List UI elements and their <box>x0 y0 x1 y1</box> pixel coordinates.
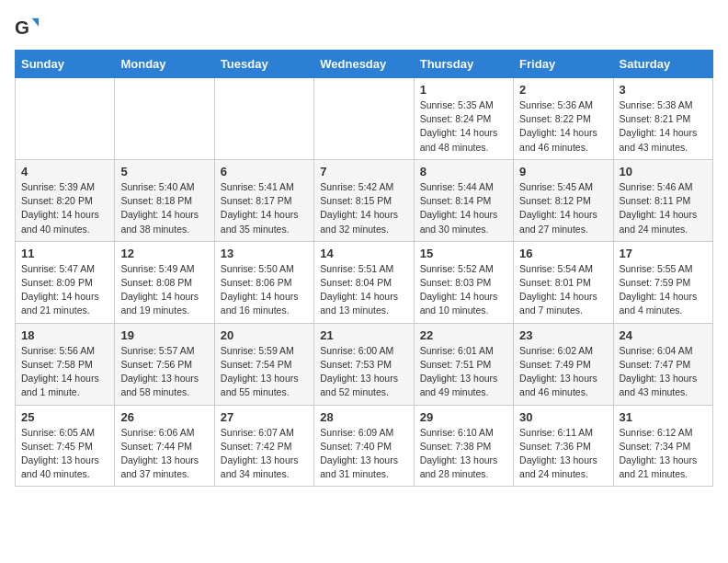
day-info: Sunrise: 5:45 AM Sunset: 8:12 PM Dayligh… <box>519 180 607 236</box>
calendar-cell: 26Sunrise: 6:06 AM Sunset: 7:44 PM Dayli… <box>115 405 214 487</box>
day-info: Sunrise: 5:52 AM Sunset: 8:03 PM Dayligh… <box>420 262 507 318</box>
day-info: Sunrise: 5:55 AM Sunset: 7:59 PM Dayligh… <box>620 262 707 318</box>
calendar-cell <box>314 78 414 160</box>
calendar: SundayMondayTuesdayWednesdayThursdayFrid… <box>15 50 713 487</box>
calendar-cell: 2Sunrise: 5:36 AM Sunset: 8:22 PM Daylig… <box>514 78 613 160</box>
day-info: Sunrise: 5:59 AM Sunset: 7:54 PM Dayligh… <box>221 344 308 400</box>
calendar-cell: 16Sunrise: 5:54 AM Sunset: 8:01 PM Dayli… <box>514 241 613 323</box>
day-number: 22 <box>420 328 507 342</box>
calendar-week-row: 1Sunrise: 5:35 AM Sunset: 8:24 PM Daylig… <box>16 78 713 160</box>
day-info: Sunrise: 6:11 AM Sunset: 7:36 PM Dayligh… <box>519 426 607 482</box>
calendar-day-header: Friday <box>514 51 613 78</box>
svg-marker-1 <box>32 18 39 27</box>
calendar-cell: 12Sunrise: 5:49 AM Sunset: 8:08 PM Dayli… <box>115 241 214 323</box>
day-info: Sunrise: 5:36 AM Sunset: 8:22 PM Dayligh… <box>519 98 607 155</box>
calendar-cell: 15Sunrise: 5:52 AM Sunset: 8:03 PM Dayli… <box>414 241 513 323</box>
day-number: 20 <box>221 328 308 342</box>
day-number: 19 <box>120 328 208 342</box>
day-number: 7 <box>320 165 407 178</box>
calendar-cell: 14Sunrise: 5:51 AM Sunset: 8:04 PM Dayli… <box>314 241 414 323</box>
calendar-cell: 23Sunrise: 6:02 AM Sunset: 7:49 PM Dayli… <box>514 323 613 405</box>
day-info: Sunrise: 5:57 AM Sunset: 7:56 PM Dayligh… <box>120 344 208 400</box>
calendar-cell: 3Sunrise: 5:38 AM Sunset: 8:21 PM Daylig… <box>613 78 712 160</box>
logo-icon: G <box>15 15 40 40</box>
day-number: 14 <box>320 247 407 260</box>
day-info: Sunrise: 6:06 AM Sunset: 7:44 PM Dayligh… <box>120 426 208 482</box>
day-number: 31 <box>620 410 707 424</box>
calendar-cell: 17Sunrise: 5:55 AM Sunset: 7:59 PM Dayli… <box>613 241 712 323</box>
calendar-day-header: Sunday <box>16 51 115 78</box>
day-number: 29 <box>420 410 507 424</box>
day-number: 25 <box>21 410 108 424</box>
day-info: Sunrise: 5:47 AM Sunset: 8:09 PM Dayligh… <box>21 262 108 318</box>
calendar-cell: 13Sunrise: 5:50 AM Sunset: 8:06 PM Dayli… <box>214 241 313 323</box>
calendar-day-header: Tuesday <box>214 51 313 78</box>
day-number: 17 <box>620 247 707 260</box>
day-number: 1 <box>420 83 507 97</box>
calendar-cell: 8Sunrise: 5:44 AM Sunset: 8:14 PM Daylig… <box>414 159 513 241</box>
day-info: Sunrise: 5:40 AM Sunset: 8:18 PM Dayligh… <box>120 180 208 236</box>
day-number: 10 <box>620 165 707 178</box>
day-info: Sunrise: 5:54 AM Sunset: 8:01 PM Dayligh… <box>519 262 607 318</box>
day-number: 27 <box>221 410 308 424</box>
calendar-cell: 31Sunrise: 6:12 AM Sunset: 7:34 PM Dayli… <box>613 405 712 487</box>
day-number: 2 <box>519 83 607 97</box>
calendar-cell <box>16 78 115 160</box>
calendar-cell: 18Sunrise: 5:56 AM Sunset: 7:58 PM Dayli… <box>16 323 115 405</box>
day-number: 30 <box>519 410 607 424</box>
day-number: 9 <box>519 165 607 178</box>
day-info: Sunrise: 5:41 AM Sunset: 8:17 PM Dayligh… <box>221 180 308 236</box>
calendar-cell: 25Sunrise: 6:05 AM Sunset: 7:45 PM Dayli… <box>16 405 115 487</box>
calendar-cell: 27Sunrise: 6:07 AM Sunset: 7:42 PM Dayli… <box>214 405 313 487</box>
day-number: 5 <box>120 165 208 178</box>
day-info: Sunrise: 6:00 AM Sunset: 7:53 PM Dayligh… <box>320 344 407 400</box>
day-info: Sunrise: 5:42 AM Sunset: 8:15 PM Dayligh… <box>320 180 407 236</box>
calendar-cell: 21Sunrise: 6:00 AM Sunset: 7:53 PM Dayli… <box>314 323 414 405</box>
day-info: Sunrise: 5:50 AM Sunset: 8:06 PM Dayligh… <box>221 262 308 318</box>
calendar-day-header: Saturday <box>613 51 712 78</box>
calendar-cell: 5Sunrise: 5:40 AM Sunset: 8:18 PM Daylig… <box>115 159 214 241</box>
calendar-day-header: Thursday <box>414 51 513 78</box>
day-info: Sunrise: 5:44 AM Sunset: 8:14 PM Dayligh… <box>420 180 507 236</box>
calendar-cell: 10Sunrise: 5:46 AM Sunset: 8:11 PM Dayli… <box>613 159 712 241</box>
day-info: Sunrise: 6:09 AM Sunset: 7:40 PM Dayligh… <box>320 426 407 482</box>
calendar-cell: 7Sunrise: 5:42 AM Sunset: 8:15 PM Daylig… <box>314 159 414 241</box>
header: G <box>15 15 713 40</box>
day-number: 8 <box>420 165 507 178</box>
calendar-cell: 11Sunrise: 5:47 AM Sunset: 8:09 PM Dayli… <box>16 241 115 323</box>
day-info: Sunrise: 5:39 AM Sunset: 8:20 PM Dayligh… <box>21 180 108 236</box>
calendar-week-row: 18Sunrise: 5:56 AM Sunset: 7:58 PM Dayli… <box>16 323 713 405</box>
day-number: 23 <box>519 328 607 342</box>
calendar-week-row: 11Sunrise: 5:47 AM Sunset: 8:09 PM Dayli… <box>16 241 713 323</box>
calendar-cell: 30Sunrise: 6:11 AM Sunset: 7:36 PM Dayli… <box>514 405 613 487</box>
calendar-cell: 20Sunrise: 5:59 AM Sunset: 7:54 PM Dayli… <box>214 323 313 405</box>
calendar-week-row: 4Sunrise: 5:39 AM Sunset: 8:20 PM Daylig… <box>16 159 713 241</box>
day-number: 15 <box>420 247 507 260</box>
day-number: 28 <box>320 410 407 424</box>
calendar-cell: 4Sunrise: 5:39 AM Sunset: 8:20 PM Daylig… <box>16 159 115 241</box>
calendar-cell <box>115 78 214 160</box>
day-number: 13 <box>221 247 308 260</box>
calendar-week-row: 25Sunrise: 6:05 AM Sunset: 7:45 PM Dayli… <box>16 405 713 487</box>
logo: G <box>15 15 44 40</box>
day-number: 21 <box>320 328 407 342</box>
calendar-cell: 24Sunrise: 6:04 AM Sunset: 7:47 PM Dayli… <box>613 323 712 405</box>
day-info: Sunrise: 5:56 AM Sunset: 7:58 PM Dayligh… <box>21 344 108 400</box>
day-info: Sunrise: 5:46 AM Sunset: 8:11 PM Dayligh… <box>620 180 707 236</box>
calendar-cell: 22Sunrise: 6:01 AM Sunset: 7:51 PM Dayli… <box>414 323 513 405</box>
day-info: Sunrise: 6:05 AM Sunset: 7:45 PM Dayligh… <box>21 426 108 482</box>
calendar-cell: 1Sunrise: 5:35 AM Sunset: 8:24 PM Daylig… <box>414 78 513 160</box>
day-info: Sunrise: 6:10 AM Sunset: 7:38 PM Dayligh… <box>420 426 507 482</box>
calendar-cell <box>214 78 313 160</box>
calendar-header-row: SundayMondayTuesdayWednesdayThursdayFrid… <box>16 51 713 78</box>
day-info: Sunrise: 6:12 AM Sunset: 7:34 PM Dayligh… <box>620 426 707 482</box>
day-info: Sunrise: 6:02 AM Sunset: 7:49 PM Dayligh… <box>519 344 607 400</box>
day-info: Sunrise: 6:07 AM Sunset: 7:42 PM Dayligh… <box>221 426 308 482</box>
day-number: 12 <box>120 247 208 260</box>
calendar-cell: 19Sunrise: 5:57 AM Sunset: 7:56 PM Dayli… <box>115 323 214 405</box>
day-number: 24 <box>620 328 707 342</box>
day-info: Sunrise: 5:38 AM Sunset: 8:21 PM Dayligh… <box>620 98 707 155</box>
calendar-day-header: Monday <box>115 51 214 78</box>
day-number: 11 <box>21 247 108 260</box>
day-number: 6 <box>221 165 308 178</box>
